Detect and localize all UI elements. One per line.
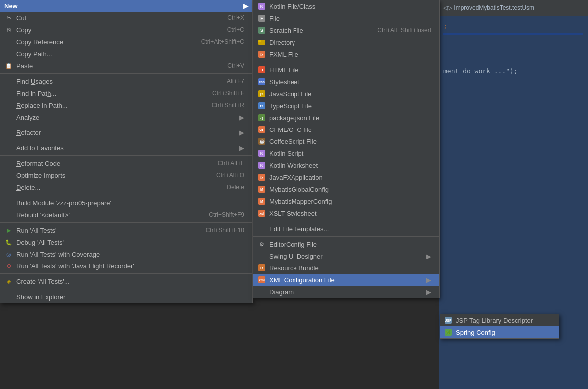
menu-item-kotlin-file[interactable]: K Kotlin File/Class: [253, 0, 439, 12]
xml-config-icon: xml: [257, 275, 266, 284]
file-label: File: [269, 15, 431, 22]
menu-item-show-explorer[interactable]: Show in Explorer: [0, 291, 252, 303]
menu-item-pkg[interactable]: {} package.json File: [253, 112, 439, 124]
menu-item-build-module[interactable]: Build Module 'zzz-pro05-prepare': [0, 197, 252, 209]
menu-item-create-tests[interactable]: ◈ Create 'All Tests'...: [0, 275, 252, 287]
flight-icon: ⊙: [4, 261, 13, 270]
editor-tab-label: ◁▷ ImprovedMybatisTest.testUsm: [443, 4, 534, 11]
submenu-xml-config: JSP JSP Tag Library Descriptor 🌿 Spring …: [440, 314, 559, 339]
mybatis-global-label: MybatisGlobalConfig: [269, 186, 431, 193]
menu-item-css[interactable]: css Stylesheet: [253, 76, 439, 88]
copy-path-label: Copy Path...: [16, 50, 244, 58]
menu-item-diagram[interactable]: Diagram ▶: [253, 286, 439, 298]
menu-item-xml-config[interactable]: xml XML Configuration File ▶: [253, 274, 439, 286]
paste-icon: 📋: [4, 61, 13, 70]
code-line-highlighted: [443, 33, 583, 35]
menu-item-find-path[interactable]: Find in Path... Ctrl+Shift+F: [0, 87, 252, 99]
menu-item-add-favorites[interactable]: Add to Favorites ▶: [0, 142, 252, 154]
copy-ref-label: Copy Reference: [16, 38, 191, 46]
explorer-label: Show in Explorer: [16, 293, 244, 301]
delete-label: Delete...: [16, 184, 217, 191]
menu-item-coffee[interactable]: ☕ CoffeeScript File: [253, 135, 439, 147]
mybatis-global-icon: M: [257, 185, 266, 194]
menu-item-copy-reference[interactable]: Copy Reference Ctrl+Alt+Shift+C: [0, 36, 252, 48]
menu-item-spring-config[interactable]: 🌿 Spring Config: [440, 326, 559, 338]
menu-item-directory[interactable]: Directory: [253, 36, 439, 48]
create-icon: ◈: [4, 277, 13, 286]
menu-item-xslt[interactable]: xsl XSLT Stylesheet: [253, 207, 439, 219]
menu-item-js[interactable]: js JavaScript File: [253, 88, 439, 100]
jsp-tag-icon: JSP: [444, 316, 453, 325]
run-icon: ▶: [4, 226, 13, 235]
edit-templates-icon: [257, 224, 266, 233]
menu-item-run-tests[interactable]: ▶ Run 'All Tests' Ctrl+Shift+F10: [0, 224, 252, 236]
menu-item-mybatis-mapper[interactable]: M MybatisMapperConfig: [253, 195, 439, 207]
copy-icon: ⎘: [4, 25, 13, 34]
ts-label: TypeScript File: [269, 102, 431, 110]
favorites-arrow: ▶: [239, 144, 244, 152]
kotlin-file-icon: K: [257, 2, 266, 11]
js-icon: js: [257, 89, 266, 98]
menu-item-scratch-file[interactable]: S Scratch File Ctrl+Alt+Shift+Insert: [253, 24, 439, 36]
paste-shortcut: Ctrl+V: [227, 62, 244, 69]
menu-item-mybatis-global[interactable]: M MybatisGlobalConfig: [253, 183, 439, 195]
menu-item-cfml[interactable]: CF CFML/CFC file: [253, 124, 439, 135]
menu-item-run-coverage[interactable]: ◎ Run 'All Tests' with Coverage: [0, 248, 252, 260]
menu-item-resource-bundle[interactable]: R Resource Bundle: [253, 262, 439, 274]
scratch-file-icon: S: [257, 26, 266, 35]
separator-4: [0, 155, 252, 156]
menu-item-paste[interactable]: 📋 Paste Ctrl+V: [0, 60, 252, 72]
menu-item-optimize[interactable]: Optimize Imports Ctrl+Alt+O: [0, 169, 252, 181]
rebuild-shortcut: Ctrl+Shift+F9: [209, 211, 244, 218]
menu-item-kotlin-script[interactable]: K Kotlin Script: [253, 147, 439, 159]
swing-arrow: ▶: [426, 253, 431, 260]
menu-item-find-usages[interactable]: Find Usages Alt+F7: [0, 75, 252, 87]
coffee-label: CoffeeScript File: [269, 138, 431, 145]
menu-item-replace-path[interactable]: Replace in Path... Ctrl+Shift+R: [0, 99, 252, 111]
menu-item-new[interactable]: New ▶: [0, 0, 252, 12]
menu-item-debug-tests[interactable]: 🐛 Debug 'All Tests': [0, 236, 252, 248]
resource-icon: R: [257, 263, 266, 272]
spring-config-icon: 🌿: [444, 328, 453, 337]
menu-item-refactor[interactable]: Refactor ▶: [0, 127, 252, 138]
replace-path-label: Replace in Path...: [16, 102, 202, 109]
menu-item-kotlin-worksheet[interactable]: K Kotlin Worksheet: [253, 159, 439, 171]
javafx-label: JavaFXApplication: [269, 174, 431, 181]
menu-item-rebuild[interactable]: Rebuild '<default>' Ctrl+Shift+F9: [0, 209, 252, 221]
separator-1: [0, 73, 252, 74]
menu-item-analyze[interactable]: Analyze ▶: [0, 111, 252, 123]
delete-icon: [4, 183, 13, 192]
create-label: Create 'All Tests'...: [16, 278, 244, 285]
right-sep-2: [253, 221, 439, 221]
menu-item-reformat[interactable]: Reformat Code Ctrl+Alt+L: [0, 157, 252, 169]
menu-item-ts[interactable]: ts TypeScript File: [253, 100, 439, 112]
diagram-arrow: ▶: [426, 288, 431, 296]
analyze-arrow: ▶: [239, 114, 244, 121]
svg-rect-1: [258, 40, 261, 42]
html-label: HTML File: [269, 66, 431, 74]
coverage-icon: ◎: [4, 250, 13, 259]
menu-item-run-flight[interactable]: ⊙ Run 'All Tests' with 'Java Flight Reco…: [0, 260, 252, 272]
menu-item-javafx[interactable]: fx JavaFXApplication: [253, 171, 439, 183]
menu-item-swing[interactable]: Swing UI Designer ▶: [253, 250, 439, 262]
menu-item-edit-templates[interactable]: Edit File Templates...: [253, 223, 439, 235]
cfml-icon: CF: [257, 125, 266, 134]
code-line-2: ment do work ...");: [443, 66, 583, 77]
menu-item-jsp-tag[interactable]: JSP JSP Tag Library Descriptor: [440, 314, 559, 326]
fxml-label: FXML File: [269, 51, 431, 58]
menu-item-html[interactable]: H HTML File: [253, 64, 439, 76]
resource-label: Resource Bundle: [269, 264, 431, 272]
menu-item-copy[interactable]: ⎘ Copy Ctrl+C: [0, 24, 252, 36]
xslt-icon: xsl: [257, 209, 266, 218]
separator-6: [0, 222, 252, 223]
menu-item-copy-path[interactable]: Copy Path...: [0, 48, 252, 60]
copy-ref-shortcut: Ctrl+Alt+Shift+C: [201, 38, 244, 45]
menu-item-fxml[interactable]: fx FXML File: [253, 48, 439, 60]
file-icon: F: [257, 14, 266, 23]
menu-item-editorconfig[interactable]: ⚙ EditorConfig File: [253, 238, 439, 250]
menu-item-delete[interactable]: Delete... Delete: [0, 181, 252, 193]
build-label: Build Module 'zzz-pro05-prepare': [16, 199, 244, 207]
find-path-icon: [4, 89, 13, 98]
menu-item-cut[interactable]: ✂ Cut Ctrl+X: [0, 12, 252, 24]
menu-item-file[interactable]: F File: [253, 12, 439, 24]
